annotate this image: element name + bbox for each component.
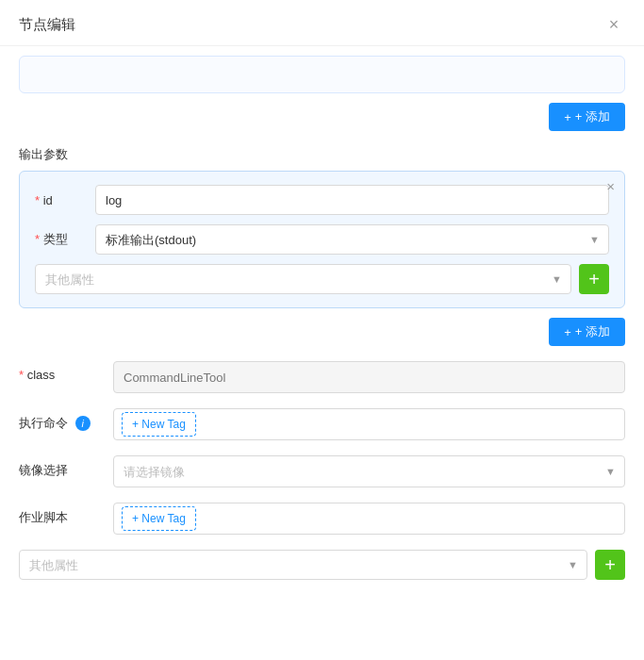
bottom-other-props-row: 其他属性 ▼ + — [19, 550, 625, 580]
output-section-title: 输出参数 — [19, 147, 68, 161]
id-field-row: * id — [35, 185, 609, 215]
image-select[interactable]: 请选择镜像 — [113, 455, 625, 487]
bottom-green-plus-icon: + — [604, 555, 616, 574]
execute-cmd-tag-input[interactable]: + New Tag — [113, 408, 625, 440]
execute-cmd-info-icon[interactable]: i — [75, 416, 91, 431]
image-label-text: 镜像选择 — [19, 463, 68, 477]
output-plus-icon: + — [564, 325, 571, 339]
type-select[interactable]: 标准输出(stdout) 标准错误(stderr) 文件输出 — [95, 224, 609, 255]
execute-cmd-control: + New Tag — [113, 408, 625, 440]
script-label: 作业脚本 — [19, 503, 113, 526]
dialog: 节点编辑 × + + 添加 输出参数 × * id — [0, 0, 644, 660]
output-card: × * id * 类型 标准输出(stdout) — [19, 171, 625, 308]
output-add-btn-label: + 添加 — [575, 323, 610, 340]
dialog-body: + + 添加 输出参数 × * id — [0, 46, 644, 599]
script-control: + New Tag — [113, 503, 625, 535]
other-props-add-button[interactable]: + — [579, 264, 609, 294]
output-section: 输出参数 × * id * 类型 — [19, 146, 625, 346]
output-section-label: 输出参数 — [19, 146, 625, 163]
execute-cmd-new-tag-label: + New Tag — [132, 418, 186, 431]
top-add-button[interactable]: + + 添加 — [549, 103, 625, 131]
image-label: 镜像选择 — [19, 455, 113, 479]
bottom-other-props-select[interactable]: 其他属性 — [19, 550, 587, 580]
script-label-text: 作业脚本 — [19, 510, 68, 524]
close-button[interactable]: × — [603, 13, 625, 36]
top-partial-section — [19, 56, 625, 93]
script-tag-input[interactable]: + New Tag — [113, 503, 625, 535]
class-control — [113, 361, 625, 393]
type-select-wrapper: 标准输出(stdout) 标准错误(stderr) 文件输出 ▼ — [95, 224, 609, 255]
output-add-button[interactable]: + + 添加 — [549, 318, 625, 346]
execute-cmd-label: 执行命令 i — [19, 408, 113, 432]
type-field-row: * 类型 标准输出(stdout) 标准错误(stderr) 文件输出 ▼ — [35, 224, 609, 255]
image-select-wrapper: 请选择镜像 ▼ — [113, 455, 625, 487]
green-plus-icon: + — [588, 270, 600, 289]
other-props-select-wrapper: 其他属性 ▼ — [35, 264, 571, 294]
id-label-text: id — [43, 193, 53, 207]
bottom-other-props-select-wrapper: 其他属性 ▼ — [19, 550, 587, 580]
dialog-header: 节点编辑 × — [0, 0, 644, 46]
script-form-row: 作业脚本 + New Tag — [19, 503, 625, 535]
id-input[interactable] — [95, 185, 609, 215]
class-input[interactable] — [113, 361, 625, 393]
id-field-label: * id — [35, 193, 95, 207]
class-label: * class — [19, 361, 113, 382]
other-props-row: 其他属性 ▼ + — [35, 264, 609, 294]
other-props-select[interactable]: 其他属性 — [35, 264, 571, 294]
type-label-text: 类型 — [43, 232, 68, 246]
dialog-title: 节点编辑 — [19, 16, 75, 34]
execute-cmd-form-row: 执行命令 i + New Tag — [19, 408, 625, 440]
close-card-button[interactable]: × — [606, 179, 615, 193]
class-label-text: class — [27, 368, 56, 382]
execute-cmd-label-text: 执行命令 — [19, 416, 68, 430]
top-add-btn-label: + 添加 — [575, 108, 610, 125]
top-add-btn-row: + + 添加 — [19, 103, 625, 131]
output-add-btn-row: + + 添加 — [19, 318, 625, 346]
script-new-tag-button[interactable]: + New Tag — [122, 506, 196, 531]
image-form-row: 镜像选择 请选择镜像 ▼ — [19, 455, 625, 487]
script-new-tag-label: + New Tag — [132, 512, 186, 525]
class-form-row: * class — [19, 361, 625, 393]
type-field-label: * 类型 — [35, 231, 95, 248]
plus-icon: + — [564, 110, 571, 124]
image-control: 请选择镜像 ▼ — [113, 455, 625, 487]
bottom-other-props-add-button[interactable]: + — [595, 550, 625, 580]
execute-cmd-new-tag-button[interactable]: + New Tag — [122, 412, 196, 437]
